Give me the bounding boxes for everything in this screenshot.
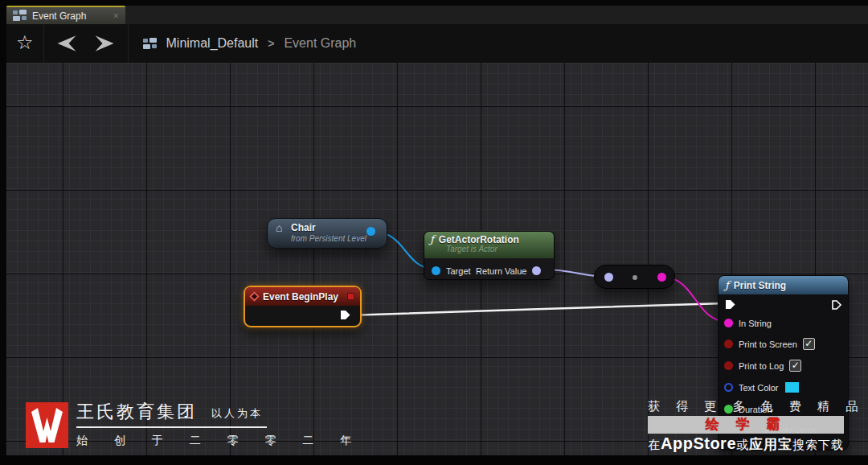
pin-return-value[interactable] [532,266,541,275]
node-header: ƒ GetActorRotation Target is Actor [424,232,554,258]
tab-event-graph[interactable]: Event Graph ✕ [6,6,125,24]
pin-in-string[interactable] [724,319,733,327]
editor-only-marker-icon [347,293,354,300]
breadcrumb-current[interactable]: Event Graph [284,36,356,51]
print-to-log-checkbox[interactable]: ✓ [789,360,801,372]
pin-exec-output[interactable] [339,309,351,321]
breadcrumb-root[interactable]: Minimal_Default [166,36,259,51]
node-title: Print String [734,280,786,291]
pin-row-text-color: Text Color [719,381,800,393]
window-edge-bottom [0,455,868,465]
watermark-slogan: 以人为本 [211,406,263,421]
watermark-brand-name: 绘 学 霸 [706,417,786,432]
function-icon: ƒ [725,279,729,291]
event-diamond-icon [249,291,260,302]
watermark-text: 或 [736,438,749,453]
watermark-divider [76,426,267,428]
toolbar-separator [43,24,44,63]
pin-conversion-output[interactable] [657,273,666,282]
pin-print-to-log[interactable] [724,361,733,370]
tab-label: Event Graph [32,10,86,22]
pin-text-color[interactable] [724,383,733,392]
pin-exec-input[interactable] [724,298,736,311]
breadcrumb-separator: > [268,37,274,50]
node-chair[interactable]: ⌂ Chair from Persistent Level [267,218,387,249]
node-header: Event BeginPlay [245,287,360,306]
node-header: ƒ Print String [719,276,848,294]
watermark-text: 搜索下载 [792,438,844,453]
tab-close-icon[interactable]: ✕ [113,12,119,20]
nav-back-icon[interactable] [54,35,76,52]
print-to-screen-checkbox[interactable]: ✓ [803,338,815,350]
watermark-text: 在 [648,438,661,453]
node-subtitle: from Persistent Level [291,234,366,243]
watermark-company-name: 王氏教育集团 [76,400,197,424]
node-rotator-to-string-conversion[interactable] [594,265,675,289]
node-title: Chair [291,222,316,233]
pin-label: In String [739,319,772,328]
watermark-yingyongbao-text: 应用宝 [749,435,792,454]
node-event-begin-play[interactable]: Event BeginPlay [244,286,362,327]
breadcrumb: Minimal_Default > Event Graph [129,36,357,51]
pin-label: Print to Log [739,361,784,371]
pin-label: Text Color [739,383,779,393]
pin-conversion-input[interactable] [604,273,613,282]
tab-bar: Event Graph ✕ [6,6,868,24]
pin-label: Target [446,266,471,276]
window-edge-top [0,0,868,6]
bookmark-star-icon[interactable]: ☆ [6,31,43,56]
pin-row-in-string: In String [719,317,772,329]
pin-row-print-to-log: Print to Log ✓ [719,360,801,372]
watermark-brand-bar: 绘 学 霸 [648,416,844,434]
text-color-swatch[interactable] [784,381,800,393]
watermark-promo-line: 获 得 更 多 免 费 精 品 教 程 [648,399,868,414]
node-get-actor-rotation[interactable]: ƒ GetActorRotation Target is Actor Targe… [424,231,555,280]
pin-target[interactable] [432,266,440,275]
node-subtitle: Target is Actor [446,245,548,253]
graph-toolbar: ☆ Minimal_Default > Event Graph [6,24,868,63]
pin-exec-output[interactable] [830,298,843,311]
node-title: GetActorRotation [439,234,519,245]
pin-row-return-value: Return Value [476,265,541,277]
pin-label: Print to Screen [739,339,797,349]
pin-row-print-to-screen: Print to Screen ✓ [719,338,815,350]
watermark-founded-line: 始 创 于 二 零 零 二 年 [76,434,363,448]
nav-forward-icon[interactable] [96,35,118,52]
home-icon: ⌂ [276,221,282,234]
conversion-dot-icon [633,275,637,280]
wangshi-logo-icon [26,402,68,448]
pin-chair-output[interactable] [366,227,375,236]
pin-label: Return Value [476,266,526,276]
node-title: Event BeginPlay [263,291,338,302]
blueprint-icon [143,38,157,50]
function-icon: ƒ [430,233,434,245]
window-edge-left [0,0,6,465]
watermark-appstore-text: AppStore [661,434,736,453]
pin-print-to-screen[interactable] [724,339,733,348]
watermark-download-line: 在 AppStore 或 应用宝 搜索下载 [648,434,844,454]
blueprint-icon [13,10,27,22]
pin-row-target: Target [432,265,471,277]
